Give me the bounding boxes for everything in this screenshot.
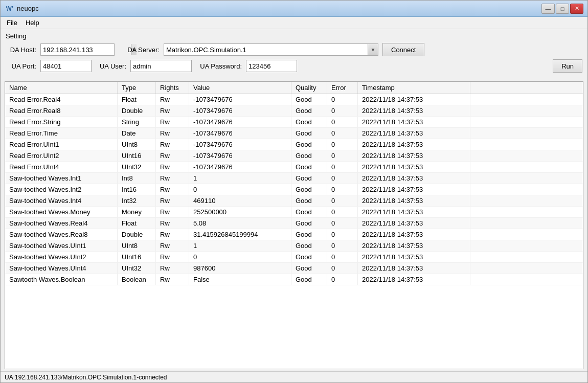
status-bar: UA:192.168.241.133/Matrikon.OPC.Simulati… [1,371,587,382]
cell-error: 0 [327,184,358,195]
menu-bar: File Help [1,17,587,29]
table-row[interactable]: Read Error.UInt2 UInt16 Rw -1073479676 G… [5,150,583,162]
maximize-button[interactable]: □ [556,4,569,14]
menu-help[interactable]: Help [21,18,43,28]
title-bar: 'N' neuopc — □ ✕ [1,1,587,17]
cell-type: UInt8 [118,240,156,251]
ua-password-label: UA Password: [196,62,242,70]
cell-timestamp: 2022/11/18 14:37:53 [358,274,470,285]
cell-type: UInt16 [118,252,156,262]
cell-quality: Good [291,184,327,195]
cell-timestamp: 2022/11/18 14:37:53 [358,218,470,229]
ua-port-label: UA Port: [6,62,36,70]
table-row[interactable]: Saw-toothed Waves.UInt1 UInt8 Rw 1 Good … [5,240,583,252]
table-row[interactable]: Read Error.String String Rw -1073479676 … [5,117,583,128]
cell-name: Read Error.Real8 [5,105,118,116]
run-button[interactable]: Run [553,59,582,73]
cell-error: 0 [327,240,358,251]
cell-quality: Good [291,105,327,116]
minimize-button[interactable]: — [541,4,555,14]
cell-timestamp: 2022/11/18 14:37:53 [358,139,470,150]
cell-name: Saw-toothed Waves.UInt2 [5,252,118,262]
cell-value: 0 [189,252,291,262]
cell-rights: Rw [156,229,189,240]
col-header-value: Value [189,82,291,94]
cell-value: -1073479676 [189,128,291,139]
table-row[interactable]: Saw-toothed Waves.Money Money Rw 2525000… [5,207,583,218]
cell-timestamp: 2022/11/18 14:37:53 [358,117,470,127]
cell-value: -1073479676 [189,150,291,161]
cell-rights: Rw [156,274,189,285]
table-row[interactable]: Read Error.Time Date Rw -1073479676 Good… [5,128,583,139]
cell-rights: Rw [156,117,189,127]
cell-quality: Good [291,229,327,240]
cell-type: String [118,117,156,127]
cell-value: 1 [189,173,291,184]
cell-error: 0 [327,207,358,217]
cell-value: 31.415926845199994 [189,229,291,240]
ua-port-input[interactable] [40,60,92,72]
da-host-field[interactable]: ▼ [40,43,115,56]
da-server-input[interactable] [164,45,368,55]
table-body: Read Error.Real4 Float Rw -1073479676 Go… [5,94,583,369]
cell-type: UInt16 [118,150,156,161]
table-row[interactable]: Read Error.Real4 Float Rw -1073479676 Go… [5,94,583,105]
table-row[interactable]: Saw-toothed Waves.Int2 Int16 Rw 0 Good 0… [5,184,583,195]
cell-quality: Good [291,117,327,127]
table-row[interactable]: Read Error.Real8 Double Rw -1073479676 G… [5,105,583,117]
da-server-dropdown-arrow[interactable]: ▼ [368,44,378,55]
cell-value: -1073479676 [189,94,291,105]
cell-type: UInt32 [118,162,156,172]
cell-value: 252500000 [189,207,291,217]
cell-type: UInt8 [118,139,156,150]
cell-quality: Good [291,173,327,184]
close-button[interactable]: ✕ [570,4,583,14]
cell-name: Saw-toothed Waves.Int2 [5,184,118,195]
cell-quality: Good [291,263,327,274]
status-text: UA:192.168.241.133/Matrikon.OPC.Simulati… [5,374,167,381]
col-header-name: Name [5,82,118,94]
col-header-rights: Rights [156,82,189,94]
cell-timestamp: 2022/11/18 14:37:53 [358,162,470,172]
da-host-input[interactable] [41,45,131,55]
cell-rights: Rw [156,105,189,116]
cell-error: 0 [327,128,358,139]
cell-error: 0 [327,139,358,150]
cell-rights: Rw [156,240,189,251]
cell-quality: Good [291,218,327,229]
ua-user-input[interactable] [130,60,192,72]
cell-timestamp: 2022/11/18 14:37:53 [358,150,470,161]
ua-user-label: UA User: [96,62,126,70]
cell-timestamp: 2022/11/18 14:37:53 [358,173,470,184]
ua-password-input[interactable] [246,60,297,72]
table-row[interactable]: Read Error.UInt1 UInt8 Rw -1073479676 Go… [5,139,583,150]
cell-rights: Rw [156,218,189,229]
table-row[interactable]: Read Error.UInt4 UInt32 Rw -1073479676 G… [5,162,583,173]
menu-file[interactable]: File [3,18,21,28]
table-row[interactable]: Saw-toothed Waves.Real8 Double Rw 31.415… [5,229,583,240]
window-controls: — □ ✕ [541,4,583,14]
cell-error: 0 [327,173,358,184]
table-row[interactable]: Saw-toothed Waves.Int4 Int32 Rw 469110 G… [5,195,583,207]
cell-value: 987600 [189,263,291,274]
cell-name: Saw-toothed Waves.Money [5,207,118,217]
window-title: neuopc [17,5,541,12]
table-row[interactable]: Saw-toothed Waves.Real4 Float Rw 5.08 Go… [5,218,583,229]
table-header: Name Type Rights Value Quality Error Tim… [5,82,583,94]
table-row[interactable]: Saw-toothed Waves.UInt4 UInt32 Rw 987600… [5,263,583,274]
table-row[interactable]: Saw-toothed Waves.UInt2 UInt16 Rw 0 Good… [5,252,583,263]
cell-name: Saw-toothed Waves.Int1 [5,173,118,184]
table-row[interactable]: Saw-toothed Waves.Int1 Int8 Rw 1 Good 0 … [5,173,583,184]
table-row[interactable]: Sawtooth Waves.Boolean Boolean Rw False … [5,274,583,285]
cell-name: Saw-toothed Waves.UInt1 [5,240,118,251]
cell-value: 469110 [189,195,291,206]
cell-type: Int16 [118,184,156,195]
settings-row-2: UA Port: UA User: UA Password: Run [6,59,582,73]
cell-quality: Good [291,128,327,139]
cell-quality: Good [291,94,327,105]
da-server-field[interactable]: ▼ [164,43,378,56]
cell-name: Read Error.UInt4 [5,162,118,172]
connect-button[interactable]: Connect [382,43,424,56]
cell-value: False [189,274,291,285]
cell-error: 0 [327,94,358,105]
